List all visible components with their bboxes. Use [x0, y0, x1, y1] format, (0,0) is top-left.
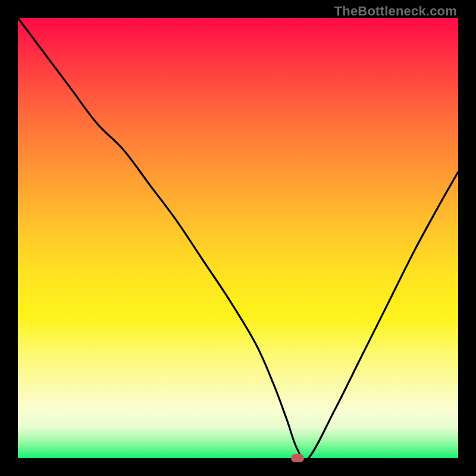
plot-area: [18, 18, 458, 458]
bottleneck-curve: [18, 18, 458, 458]
minimum-marker: [291, 454, 304, 462]
watermark-text: TheBottleneck.com: [334, 4, 457, 19]
chart-container: TheBottleneck.com: [0, 0, 476, 476]
